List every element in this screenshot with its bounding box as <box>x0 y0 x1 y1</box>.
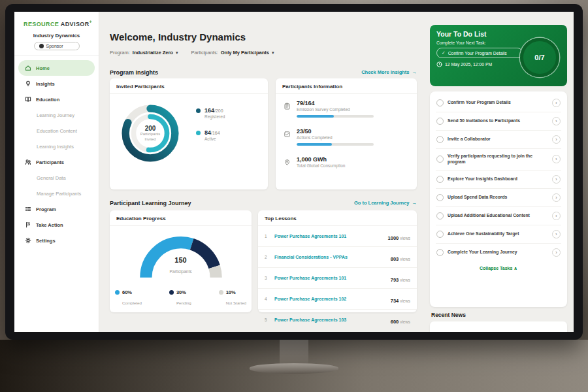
chevron-right-icon[interactable]: › <box>552 155 561 163</box>
recent-news-card <box>430 321 567 332</box>
chevron-right-icon[interactable]: › <box>552 99 561 107</box>
chevron-right-icon[interactable]: › <box>552 117 561 125</box>
task-label: Upload Additional Educational Content <box>448 213 548 219</box>
task-checkbox[interactable] <box>436 99 444 106</box>
sidebar-item-learning-journey[interactable]: Learning Journey <box>18 107 95 123</box>
donut-center-value: 200 <box>145 125 156 132</box>
task-row[interactable]: Complete Your Learning Journey › <box>436 244 561 261</box>
card-title: Top Lessons <box>258 210 417 226</box>
next-task-time-label: 12 May 2025, 12:00 PM <box>445 62 492 67</box>
lesson-views-value: 793 <box>391 277 399 283</box>
check-icon: ✓ <box>442 50 446 56</box>
donut-legend: 164/200 Registered 84/164 Active <box>196 107 225 141</box>
lesson-link[interactable]: Financial Considerations - VPPAs <box>274 255 387 259</box>
legend-item-not-started: 10%Not Started <box>219 289 246 307</box>
lesson-link[interactable]: Power Purchase Agreements 101 <box>274 234 384 238</box>
sidebar-item-insights[interactable]: Insights <box>18 76 95 91</box>
legend-dot <box>196 131 201 135</box>
go-to-learning-journey-link[interactable]: Go to Learning Journey → <box>354 200 417 206</box>
sidebar-item-home[interactable]: Home <box>18 60 95 76</box>
participants-label: Participants: <box>191 50 218 56</box>
legend-item-pending: 30%Pending <box>169 289 191 307</box>
chevron-right-icon[interactable]: › <box>552 193 561 202</box>
task-checkbox[interactable] <box>436 176 444 183</box>
participants-value: Only My Participants <box>221 50 269 56</box>
dashboard-screen: RESOURCE ADVISOR+ Industry Dynamics Spon… <box>14 12 574 332</box>
chevron-right-icon[interactable]: › <box>552 248 561 257</box>
sidebar-item-participants[interactable]: Participants <box>18 154 95 170</box>
clock-icon <box>436 61 442 67</box>
legend-dot <box>169 290 174 295</box>
education-progress-gauge: 150 Participants <box>132 231 230 285</box>
chevron-right-icon[interactable]: › <box>552 175 561 184</box>
app-logo: RESOURCE ADVISOR+ <box>14 12 99 27</box>
task-checkbox[interactable] <box>436 231 444 238</box>
task-row[interactable]: Upload Spend Data Records › <box>436 189 561 207</box>
legend-dot <box>219 290 223 295</box>
sidebar-item-program[interactable]: Program <box>18 201 95 217</box>
lesson-rank: 5 <box>265 318 270 322</box>
next-task-pill[interactable]: ✓ Confirm Your Program Details <box>436 48 523 58</box>
chevron-right-icon[interactable]: › <box>552 230 561 238</box>
survey-icon <box>284 101 291 112</box>
lesson-row: 2 Financial Considerations - VPPAs 803vi… <box>258 247 417 268</box>
task-label: Verify participants requesting to join t… <box>448 154 548 165</box>
lesson-views-unit: views <box>400 299 410 303</box>
lesson-link[interactable]: Power Purchase Agreements 103 <box>274 318 387 322</box>
sidebar-item-label: Take Action <box>36 222 63 228</box>
legend-label: Active <box>204 137 220 141</box>
sidebar-item-label: Home <box>36 65 50 71</box>
education-progress-card: Education Progress 150 Participants 60%C… <box>110 210 252 312</box>
task-row[interactable]: Verify participants requesting to join t… <box>436 149 561 171</box>
task-row[interactable]: Confirm Your Program Details › <box>436 94 561 112</box>
location-pin-icon <box>284 157 291 169</box>
task-label: Achieve One Sustainability Target <box>448 231 548 237</box>
sidebar-item-settings[interactable]: Settings <box>18 233 95 248</box>
gear-icon <box>25 237 31 244</box>
task-row[interactable]: Explore Your Insights Dashboard › <box>436 171 561 189</box>
chevron-right-icon[interactable]: › <box>552 212 561 220</box>
collapse-tasks-button[interactable]: Collapse Tasks ∧ <box>436 261 561 274</box>
program-select[interactable]: Program: Industrialize Zero ▾ <box>110 50 178 56</box>
chevron-right-icon[interactable]: › <box>552 135 561 144</box>
lesson-views-unit: views <box>400 319 410 324</box>
lesson-row: 1 Power Purchase Agreements 101 1000view… <box>258 226 417 247</box>
lesson-row: 3 Power Purchase Agreements 101 793views <box>258 268 417 289</box>
legend-item-completed: 60%Completed <box>115 289 142 307</box>
task-checkbox[interactable] <box>436 194 444 201</box>
task-row[interactable]: Upload Additional Educational Content › <box>436 207 561 225</box>
sidebar-item-learning-insights[interactable]: Learning Insights <box>18 139 95 154</box>
brand-plus: + <box>90 20 93 24</box>
sidebar-item-manage-participants[interactable]: Manage Participants <box>18 186 95 201</box>
participants-select[interactable]: Participants: Only My Participants ▾ <box>191 50 274 56</box>
stat-label: Total Global Consumption <box>297 163 345 168</box>
task-row[interactable]: Send 50 Invitations to Participants › <box>436 112 561 131</box>
check-more-insights-link[interactable]: Check More Insights → <box>361 69 417 75</box>
lesson-views-unit: views <box>400 257 410 261</box>
task-row[interactable]: Invite a Collaborator › <box>436 131 561 149</box>
task-checkbox[interactable] <box>436 249 444 256</box>
book-icon <box>25 96 31 103</box>
sidebar-item-take-action[interactable]: Take Action <box>18 217 95 233</box>
task-row[interactable]: Achieve One Sustainability Target › <box>436 225 561 244</box>
org-name: Industry Dynamics <box>14 33 99 39</box>
sidebar-item-education-content[interactable]: Education Content <box>18 123 95 139</box>
lesson-link[interactable]: Power Purchase Agreements 101 <box>274 276 387 280</box>
task-checkbox[interactable] <box>436 155 444 163</box>
legend-value: 10% <box>226 289 246 295</box>
collapse-label: Collapse Tasks <box>480 266 512 270</box>
lesson-rank: 1 <box>265 234 270 238</box>
legend-value: 60% <box>122 289 142 295</box>
task-checkbox[interactable] <box>436 212 444 220</box>
sidebar-item-education[interactable]: Education <box>18 91 95 107</box>
participants-information-card: Participants Information 79/164 Emission… <box>276 78 417 189</box>
lesson-link[interactable]: Power Purchase Agreements 102 <box>274 297 387 301</box>
task-checkbox[interactable] <box>436 118 444 125</box>
chevron-down-icon: ▾ <box>272 50 274 56</box>
sidebar-item-general-data[interactable]: General Data <box>18 170 95 186</box>
legend-label: Not Started <box>226 301 246 305</box>
lesson-views-unit: views <box>400 278 410 282</box>
program-value: Industrialize Zero <box>133 50 173 56</box>
task-checkbox[interactable] <box>436 136 444 143</box>
home-icon <box>25 65 31 71</box>
